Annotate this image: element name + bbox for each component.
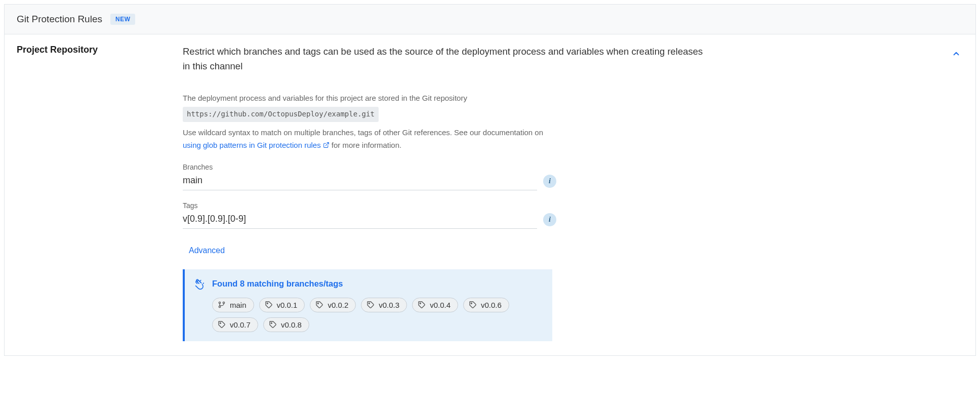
section-label: Project Repository: [17, 45, 183, 55]
section-description: Restrict which branches and tags can be …: [183, 45, 709, 73]
tag-icon: [265, 301, 273, 309]
matches-chips: mainv0.0.1v0.0.2v0.0.3v0.0.4v0.0.6v0.0.7…: [212, 298, 541, 332]
svg-point-5: [318, 303, 319, 304]
tag-icon: [469, 301, 477, 309]
chip-label: v0.0.4: [430, 301, 451, 309]
svg-line-0: [325, 143, 329, 146]
matches-panel: Found 8 matching branches/tags mainv0.0.…: [183, 269, 552, 341]
section-content: Project Repository Restrict which branch…: [5, 34, 975, 355]
tag-icon: [218, 320, 226, 329]
help-line-2: Use wildcard syntax to match on multiple…: [183, 126, 567, 152]
chip-label: main: [230, 301, 247, 309]
tag-icon: [269, 320, 277, 329]
section-title: Git Protection Rules: [17, 14, 102, 25]
section-body: Restrict which branches and tags can be …: [183, 45, 963, 341]
git-protection-panel: Git Protection Rules NEW Project Reposit…: [4, 4, 976, 356]
chip-label: v0.0.6: [481, 301, 502, 309]
tag-icon: [315, 301, 323, 309]
wave-icon: [194, 278, 205, 290]
tags-row: i: [183, 211, 943, 229]
chip-label: v0.0.2: [328, 301, 348, 309]
tag-icon: [418, 301, 426, 309]
chip-label: v0.0.3: [379, 301, 399, 309]
help-text: The deployment process and variables for…: [183, 92, 567, 151]
chip-label: v0.0.8: [281, 320, 302, 329]
tags-info-button[interactable]: i: [543, 213, 556, 226]
external-link-icon: [323, 142, 330, 148]
section-header: Git Protection Rules NEW: [5, 5, 975, 34]
match-chip: v0.0.6: [463, 298, 509, 312]
match-chip: v0.0.4: [412, 298, 458, 312]
collapse-toggle[interactable]: [949, 47, 963, 61]
match-chip: v0.0.2: [310, 298, 356, 312]
svg-point-8: [471, 303, 472, 304]
new-badge: NEW: [110, 14, 136, 25]
matches-title: Found 8 matching branches/tags: [212, 279, 343, 289]
tags-input[interactable]: [183, 211, 537, 229]
svg-point-10: [271, 322, 272, 323]
matches-header: Found 8 matching branches/tags: [194, 278, 541, 290]
tag-icon: [366, 301, 375, 309]
advanced-toggle[interactable]: Advanced: [183, 246, 225, 255]
branches-row: i: [183, 172, 943, 190]
chip-label: v0.0.7: [230, 320, 251, 329]
match-chip: v0.0.8: [263, 317, 309, 332]
branches-input[interactable]: [183, 172, 537, 190]
svg-point-4: [267, 303, 268, 304]
match-chip: main: [212, 298, 254, 312]
doc-link[interactable]: using glob patterns in Git protection ru…: [183, 139, 330, 152]
match-chip: v0.0.3: [361, 298, 407, 312]
repo-url: https://github.com/OctopusDeploy/example…: [183, 107, 379, 122]
tags-label: Tags: [183, 201, 943, 210]
match-chip: v0.0.7: [212, 317, 258, 332]
svg-point-9: [220, 322, 221, 323]
branches-info-button[interactable]: i: [543, 175, 556, 188]
branch-icon: [218, 301, 226, 309]
chip-label: v0.0.1: [277, 301, 298, 309]
chevron-up-icon: [952, 49, 961, 58]
section-label-col: Project Repository: [17, 45, 183, 341]
match-chip: v0.0.1: [259, 298, 305, 312]
svg-point-6: [369, 303, 370, 304]
svg-point-7: [420, 303, 421, 304]
branches-label: Branches: [183, 163, 943, 171]
help-line-1: The deployment process and variables for…: [183, 92, 567, 105]
